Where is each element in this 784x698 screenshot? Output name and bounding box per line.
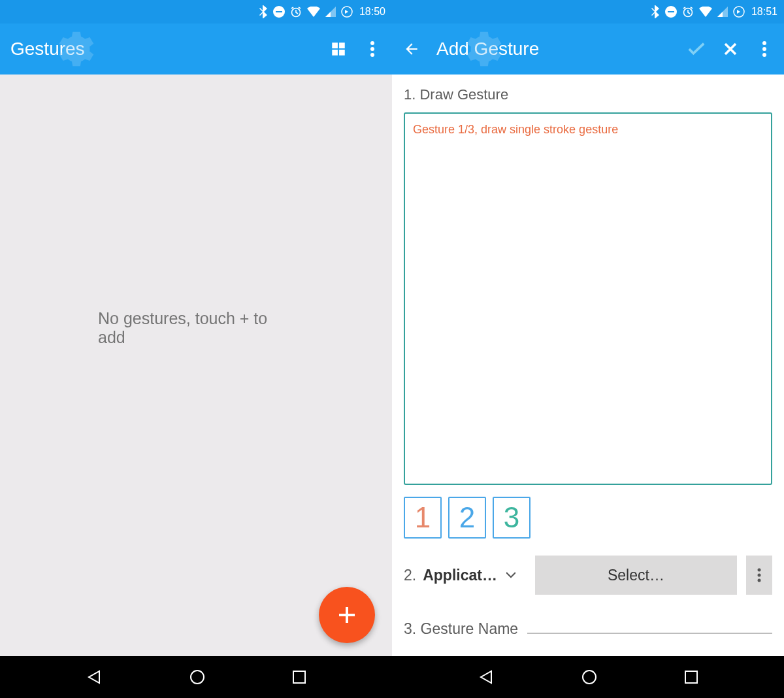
wifi-icon [699, 7, 712, 17]
step3-label: 3. Gesture Name [404, 620, 518, 638]
nav-recent-button[interactable] [684, 670, 698, 684]
signal-icon [325, 7, 336, 17]
add-gesture-fab[interactable] [319, 587, 375, 643]
svg-rect-20 [685, 671, 697, 683]
cast-icon [341, 6, 353, 18]
attempt-3-button[interactable]: 3 [493, 497, 531, 539]
svg-point-14 [758, 569, 761, 572]
step1-label: 1. Draw Gesture [404, 86, 772, 103]
status-time: 18:50 [359, 6, 385, 18]
status-time: 18:51 [751, 6, 777, 18]
plus-icon [337, 605, 357, 625]
svg-point-13 [762, 53, 766, 57]
confirm-icon[interactable] [687, 40, 706, 58]
cancel-icon[interactable] [721, 40, 740, 58]
screen-gestures: 18:50 Gestures No gestures, touch + to a… [0, 0, 392, 656]
step2-num: 2. [404, 567, 416, 584]
nav-back-button[interactable] [478, 669, 495, 686]
gesture-name-input[interactable] [527, 612, 772, 634]
alarm-icon [290, 6, 302, 18]
alarm-icon [682, 6, 694, 18]
chevron-down-icon [506, 572, 515, 578]
svg-point-11 [762, 41, 766, 45]
nav-recent-button[interactable] [292, 670, 306, 684]
svg-point-17 [191, 671, 204, 684]
status-icons [651, 5, 745, 18]
more-vert-icon [757, 567, 762, 583]
attempt-counter-row: 1 2 3 [404, 497, 772, 539]
app-bar: Gestures [0, 24, 392, 75]
gesture-draw-area[interactable]: Gesture 1/3, draw single stroke gesture [404, 112, 772, 485]
add-gesture-form: 1. Draw Gesture Gesture 1/3, draw single… [392, 75, 784, 656]
back-icon[interactable] [402, 40, 421, 58]
attempt-1-button[interactable]: 1 [404, 497, 442, 539]
bluetooth-icon [259, 5, 268, 18]
svg-rect-1 [276, 11, 282, 12]
more-icon[interactable] [755, 40, 774, 58]
dnd-icon [665, 6, 677, 18]
svg-point-5 [370, 47, 374, 51]
status-bar: 18:51 [392, 0, 784, 24]
status-bar: 18:50 [0, 0, 392, 24]
app-title: Add Gesture [436, 39, 687, 59]
svg-point-12 [762, 47, 766, 51]
grid-view-icon[interactable] [329, 40, 348, 58]
attempt-2-button[interactable]: 2 [448, 497, 486, 539]
select-button-label: Select… [608, 567, 664, 584]
svg-point-16 [758, 579, 761, 582]
bluetooth-icon [651, 5, 660, 18]
wifi-icon [307, 7, 320, 17]
svg-point-19 [583, 671, 596, 684]
more-icon[interactable] [363, 40, 382, 58]
svg-point-15 [758, 574, 761, 577]
dnd-icon [273, 6, 285, 18]
cast-icon [733, 6, 745, 18]
nav-home-button[interactable] [581, 669, 598, 686]
svg-rect-8 [668, 11, 674, 12]
select-more-button[interactable] [746, 556, 772, 595]
nav-home-button[interactable] [189, 669, 206, 686]
svg-point-4 [370, 41, 374, 45]
screen-add-gesture: 18:51 Add Gesture 1 [392, 0, 784, 656]
signal-icon [717, 7, 728, 17]
svg-rect-18 [293, 671, 305, 683]
step2-row: 2. Applicat… Select… [404, 556, 772, 595]
app-bar: Add Gesture [392, 24, 784, 75]
draw-hint-text: Gesture 1/3, draw single stroke gesture [413, 123, 763, 137]
status-icons [259, 5, 353, 18]
android-nav-bar [0, 656, 784, 698]
empty-state-text: No gestures, touch + to add [98, 309, 294, 347]
select-app-button[interactable]: Select… [535, 556, 737, 595]
svg-point-6 [370, 53, 374, 57]
step2-dropdown[interactable]: 2. Applicat… [404, 567, 515, 584]
step3-row: 3. Gesture Name [404, 612, 772, 638]
nav-back-button[interactable] [86, 669, 103, 686]
step2-label-text: Applicat… [423, 567, 497, 584]
app-title: Gestures [10, 39, 329, 59]
